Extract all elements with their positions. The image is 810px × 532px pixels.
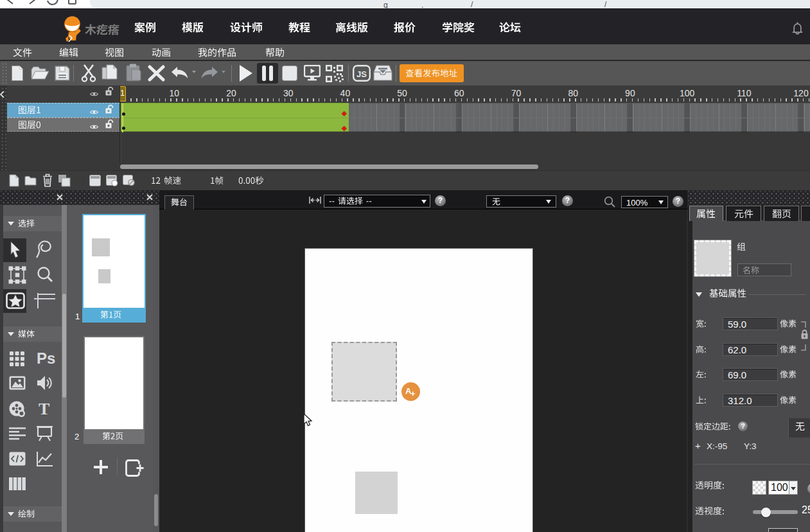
svg-text:JS: JS bbox=[357, 69, 367, 79]
